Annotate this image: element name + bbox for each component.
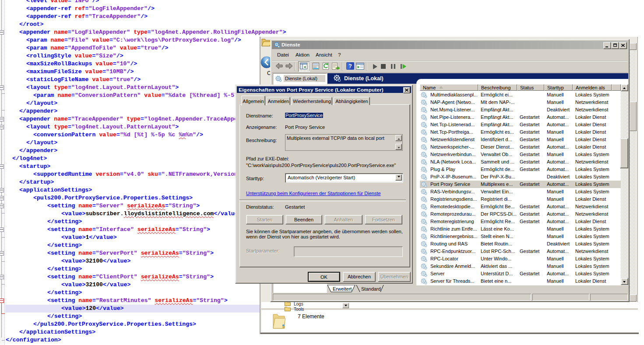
svg-text:?: ? bbox=[348, 63, 352, 69]
svg-text:Erweitert: Erweitert bbox=[333, 286, 352, 292]
svg-text:Standard: Standard bbox=[361, 286, 381, 292]
